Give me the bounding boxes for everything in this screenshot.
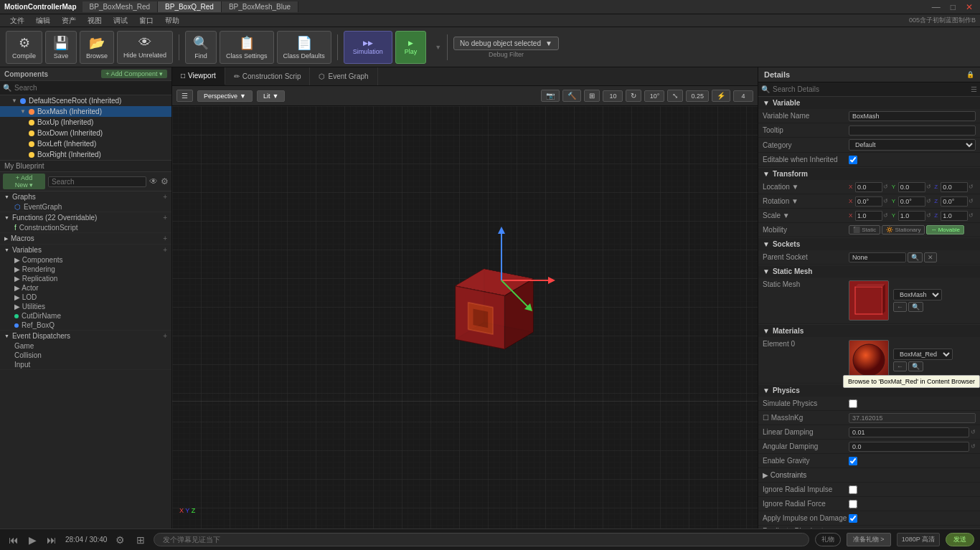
lit-button[interactable]: Lit ▼ [257, 90, 285, 102]
variables-add[interactable]: + [163, 246, 167, 254]
functions-header[interactable]: ▼ Functions (22 Overridable) + [0, 212, 171, 223]
tree-item-boxmash[interactable]: ▼ BoxMash (Inherited) [0, 106, 171, 117]
rot-x-reset[interactable]: ↺ [883, 198, 888, 204]
rot-z-reset[interactable]: ↺ [969, 198, 974, 204]
minimize-button[interactable]: — [929, 2, 943, 12]
mesh-browse-button[interactable]: ← [893, 302, 907, 312]
variable-section-header[interactable]: ▼ Variable [758, 97, 980, 109]
material-dropdown[interactable]: BoxMat_Red [893, 349, 953, 360]
camera-icon-btn[interactable]: 📷 [541, 90, 560, 102]
socket-search-button[interactable]: 🔍 [908, 252, 923, 262]
menu-file[interactable]: 文件 [4, 16, 30, 26]
var-cutdirname[interactable]: CutDirName [0, 311, 171, 321]
rot-icon-btn[interactable]: ↻ [626, 90, 641, 102]
simulation-button[interactable]: ▶▶ Simulation [344, 31, 392, 64]
close-button[interactable]: ✕ [963, 2, 976, 12]
dispatchers-add[interactable]: + [163, 332, 167, 340]
simulate-checkbox[interactable] [849, 399, 857, 408]
3d-viewport[interactable]: X Y Z [172, 106, 758, 528]
tooltip-input[interactable] [849, 125, 976, 136]
build-icon-btn[interactable]: 🔨 [562, 90, 581, 102]
linear-damping-reset[interactable]: ↺ [971, 429, 976, 435]
tree-item-boxup[interactable]: BoxUp (Inherited) [0, 117, 171, 128]
material-find-button[interactable]: 🔍 [908, 361, 923, 371]
add-component-button[interactable]: + Add Component ▾ [101, 70, 167, 78]
static-mesh-header[interactable]: ▼ Static Mesh [758, 265, 980, 278]
menu-assets[interactable]: 资产 [56, 16, 82, 26]
rot-y-reset[interactable]: ↺ [926, 198, 931, 204]
cam-speed-btn[interactable]: ⚡ [712, 90, 730, 102]
material-browse-button[interactable]: ← [893, 361, 907, 371]
mass-input[interactable] [849, 413, 976, 423]
scale-z-reset[interactable]: ↺ [969, 212, 974, 219]
var-refboxq[interactable]: Ref_BoxQ [0, 321, 171, 330]
hd-button[interactable]: ⊞ [133, 533, 148, 547]
tree-item-boxleft[interactable]: BoxLeft (Inherited) [0, 138, 171, 149]
location-y-reset[interactable]: ↺ [926, 184, 931, 190]
tree-item-boxdown[interactable]: BoxDown (Inherited) [0, 128, 171, 138]
event-collision[interactable]: Collision [0, 351, 171, 360]
socket-clear-button[interactable]: ✕ [924, 252, 937, 262]
title-tab-3[interactable]: BP_BoxMesh_Blue [222, 1, 298, 12]
compile-button[interactable]: ⚙ Compile [6, 31, 42, 64]
macros-header[interactable]: ▶ Macros + [0, 233, 171, 244]
filter-button[interactable]: ⚙ [161, 176, 169, 186]
blueprint-search-input[interactable] [48, 176, 146, 187]
perspective-button[interactable]: Perspective ▼ [197, 90, 253, 102]
transform-section-header[interactable]: ▼ Transform [758, 168, 980, 180]
variables-header[interactable]: ▼ Variables + [0, 245, 171, 255]
rotation-x-input[interactable] [855, 196, 882, 207]
event-game[interactable]: Game [0, 341, 171, 351]
angular-damping-input[interactable] [849, 442, 969, 452]
location-y-input[interactable] [898, 182, 925, 192]
class-defaults-button[interactable]: 📄 Class Defaults [277, 31, 331, 64]
materials-header[interactable]: ▼ Materials [758, 325, 980, 337]
tree-item-defaultsceneroot[interactable]: ▼ DefaultSceneRoot (Inherited) [0, 95, 171, 106]
find-button[interactable]: 🔍 Find [185, 31, 217, 64]
details-search-input[interactable] [770, 84, 971, 95]
location-z-input[interactable] [941, 182, 968, 192]
scale-x-input[interactable] [855, 211, 882, 221]
play-button[interactable]: ▶ Play [395, 31, 427, 64]
menu-view[interactable]: 视图 [82, 16, 108, 26]
menu-window[interactable]: 窗口 [133, 16, 159, 26]
scale-y-reset[interactable]: ↺ [926, 212, 931, 219]
event-dispatchers-header[interactable]: ▼ Event Dispatchers + [0, 331, 171, 341]
parent-socket-input[interactable] [849, 252, 906, 262]
debug-filter-dropdown[interactable]: No debug object selected ▼ [453, 37, 559, 50]
class-settings-button[interactable]: 📋 Class Settings [220, 31, 274, 64]
prev-button[interactable]: ⏮ [6, 533, 22, 547]
mesh-find-button[interactable]: 🔍 [908, 302, 923, 312]
angular-damping-reset[interactable]: ↺ [971, 443, 976, 450]
scale-icon-btn[interactable]: ⤡ [667, 90, 683, 102]
sockets-header[interactable]: ▼ Sockets [758, 238, 980, 250]
details-view-button[interactable]: ☰ [971, 85, 977, 93]
var-replication[interactable]: ▶ Replication [0, 274, 171, 283]
var-utilities[interactable]: ▶ Utilities [0, 302, 171, 311]
rotation-z-input[interactable] [941, 196, 968, 207]
grid-icon-btn[interactable]: ⊞ [584, 90, 600, 102]
menu-debug[interactable]: 调试 [108, 16, 133, 26]
next-button[interactable]: ⏭ [44, 533, 60, 547]
visibility-button[interactable]: 👁 [149, 176, 158, 186]
var-rendering[interactable]: ▶ Rendering [0, 265, 171, 274]
viewport-tab[interactable]: □ Viewport [172, 67, 225, 85]
follow-button[interactable]: 准备礼物 > [847, 533, 891, 546]
ignore-force-checkbox[interactable] [849, 500, 857, 508]
gift-button[interactable]: 礼物 [815, 533, 841, 546]
category-dropdown[interactable]: Default [849, 139, 976, 151]
save-button[interactable]: 💾 Save [45, 31, 77, 64]
add-new-button[interactable]: + Add New ▾ [3, 174, 45, 189]
location-z-reset[interactable]: ↺ [969, 184, 974, 190]
macros-add[interactable]: + [163, 234, 167, 242]
scale-z-input[interactable] [941, 211, 968, 221]
graphs-add[interactable]: + [163, 193, 167, 201]
var-lod[interactable]: ▶ LOD [0, 293, 171, 302]
static-button[interactable]: ⬛ Static [849, 225, 880, 234]
send-button[interactable]: 发送 [946, 533, 974, 546]
browse-button[interactable]: 📂 Browse [80, 31, 114, 64]
title-tab-1[interactable]: BP_BoxMesh_Red [83, 1, 159, 12]
chat-input[interactable] [154, 533, 809, 546]
location-x-input[interactable] [855, 182, 882, 192]
gravity-checkbox[interactable] [849, 457, 857, 465]
